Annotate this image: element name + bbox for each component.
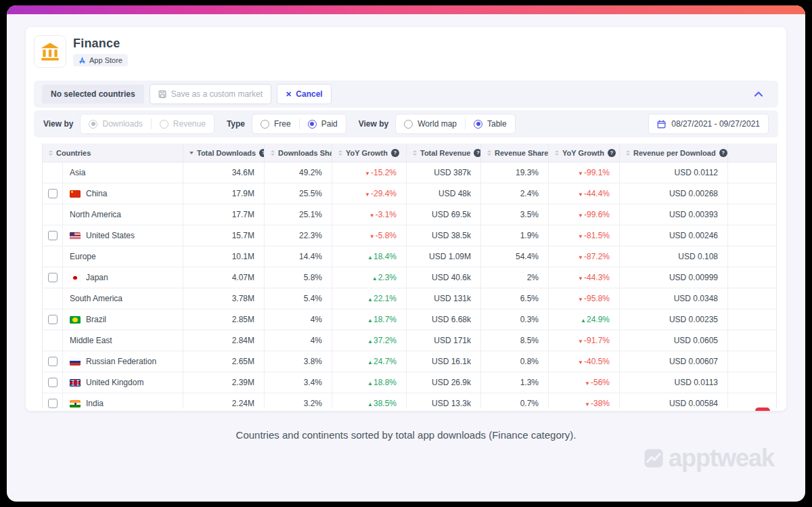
row-checkbox[interactable] xyxy=(48,357,58,366)
triangle-up-icon: ▲ xyxy=(367,296,373,303)
triangle-up-icon: ▲ xyxy=(367,380,373,387)
radio-circle-icon xyxy=(160,120,168,129)
table-row: China17.9M25.5%▼-29.4%USD 48k2.4%▼-44.4%… xyxy=(43,183,776,204)
radio-revenue: Revenue xyxy=(160,119,206,129)
app-store-icon xyxy=(78,57,86,64)
yoy-growth-value: ▲22.1% xyxy=(367,294,397,303)
revenue-share-cell: 0.3% xyxy=(481,309,549,330)
help-icon[interactable]: ? xyxy=(391,149,399,157)
yoy-growth-value: ▼-44.4% xyxy=(578,189,610,198)
type-label: Type xyxy=(227,119,245,129)
total-revenue-cell: USD 16.1k xyxy=(407,351,481,372)
br-flag-icon xyxy=(70,316,81,324)
row-checkbox[interactable] xyxy=(48,315,58,324)
row-checkbox[interactable] xyxy=(48,231,58,240)
radio-table[interactable]: Table xyxy=(474,119,507,129)
date-range-picker[interactable]: 08/27/2021 - 09/27/2021 xyxy=(648,114,769,134)
bank-icon xyxy=(39,41,61,62)
divider xyxy=(151,118,152,129)
sort-icon xyxy=(338,150,342,156)
downloads-share-cell: 22.3% xyxy=(265,225,332,246)
downloads-yoy-cell: ▲22.1% xyxy=(332,288,407,309)
revenue-yoy-cell: ▲24.9% xyxy=(549,309,620,330)
table-row: Asia34.6M49.2%▼-15.2%USD 387k19.3%▼-99.1… xyxy=(43,162,776,183)
apptweak-logo-icon xyxy=(644,449,663,468)
finance-category-icon xyxy=(34,35,66,68)
row-checkbox[interactable] xyxy=(48,378,58,387)
revenue-yoy-cell: ▼-40.5% xyxy=(549,351,620,372)
app-store-badge: App Store xyxy=(73,54,128,66)
total-downloads-cell: 2.24M xyxy=(183,393,265,408)
downloads-yoy-cell: ▼-15.2% xyxy=(332,162,407,183)
notification-bubble xyxy=(755,407,770,411)
column-label: Total Downloads xyxy=(197,149,256,157)
column-header-yoy-growth[interactable]: YoY Growth? xyxy=(549,144,620,162)
radio-label: Revenue xyxy=(173,119,206,129)
triangle-down-icon: ▼ xyxy=(578,296,583,303)
table-row: North America17.7M25.1%▼-3.1%USD 69.5k3.… xyxy=(43,204,776,225)
column-header-revenue-share[interactable]: Revenue Share? xyxy=(481,144,549,162)
country-name: United Kingdom xyxy=(86,378,143,387)
revenue-share-cell: 6.5% xyxy=(481,288,549,309)
downloads-share-cell: 25.1% xyxy=(265,204,332,225)
calendar-icon xyxy=(657,120,666,129)
country-name: Russian Federation xyxy=(86,357,156,366)
collapse-chevron-icon[interactable] xyxy=(754,91,763,97)
column-header-total-revenue[interactable]: Total Revenue? xyxy=(407,144,481,162)
empty-cell xyxy=(728,351,777,372)
country-name: Brazil xyxy=(86,315,106,324)
filter-bar: View by DownloadsRevenue Type FreePaid V… xyxy=(34,110,778,137)
column-label: Downloads Share xyxy=(278,149,332,157)
triangle-down-icon: ▼ xyxy=(365,171,370,177)
revenue-per-download-cell: USD 0.00235 xyxy=(620,309,728,330)
downloads-share-cell: 3.4% xyxy=(265,372,332,393)
row-checkbox[interactable] xyxy=(48,273,58,282)
yoy-growth-value: ▼-99.1% xyxy=(578,168,610,177)
yoy-growth-value: ▲24.7% xyxy=(367,357,397,366)
downloads-share-cell: 14.4% xyxy=(265,246,332,267)
cn-flag-icon xyxy=(70,190,81,198)
row-checkbox[interactable] xyxy=(48,189,58,198)
radio-free[interactable]: Free xyxy=(261,119,291,129)
column-header-countries[interactable]: Countries xyxy=(43,144,183,162)
help-icon[interactable]: ? xyxy=(608,149,616,157)
apptweak-logo: apptweak xyxy=(644,444,774,472)
downloads-yoy-cell: ▼-5.8% xyxy=(332,225,407,246)
us-flag-icon xyxy=(70,232,81,240)
downloads-share-cell: 4% xyxy=(265,330,332,351)
column-header-empty xyxy=(728,144,777,162)
yoy-growth-value: ▼-56% xyxy=(585,378,610,387)
column-header-yoy-growth[interactable]: YoY Growth? xyxy=(332,144,407,162)
column-label: Countries xyxy=(56,149,91,157)
row-checkbox[interactable] xyxy=(48,399,58,408)
checkbox-cell xyxy=(43,267,63,288)
triangle-up-icon: ▲ xyxy=(367,401,373,407)
yoy-growth-value: ▼-91.7% xyxy=(578,336,610,345)
downloads-yoy-cell: ▲37.2% xyxy=(332,330,407,351)
total-downloads-cell: 2.84M xyxy=(183,330,265,351)
radio-label: Free xyxy=(274,119,291,129)
column-header-revenue-per-download[interactable]: Revenue per Download? xyxy=(620,144,728,162)
revenue-yoy-cell: ▼-99.6% xyxy=(549,204,620,225)
triangle-down-icon: ▼ xyxy=(585,380,590,387)
save-custom-market-button[interactable]: Save as a custom market xyxy=(150,84,271,104)
total-revenue-cell: USD 171k xyxy=(407,330,481,351)
radio-world-map[interactable]: World map xyxy=(404,119,457,129)
country-name-cell: South America xyxy=(63,288,183,309)
checkbox-cell xyxy=(43,288,63,309)
downloads-yoy-cell: ▲24.7% xyxy=(332,351,407,372)
column-header-total-downloads[interactable]: Total Downloads? xyxy=(183,144,265,162)
help-icon[interactable]: ? xyxy=(259,149,265,157)
yoy-growth-value: ▲24.9% xyxy=(581,315,610,324)
help-icon[interactable]: ? xyxy=(719,149,727,157)
cancel-button[interactable]: ✕ Cancel xyxy=(277,84,332,104)
column-header-downloads-share[interactable]: Downloads Share? xyxy=(265,144,332,162)
help-icon[interactable]: ? xyxy=(474,149,481,157)
revenue-yoy-cell: ▼-56% xyxy=(549,372,620,393)
sort-desc-icon xyxy=(189,152,194,154)
total-revenue-cell: USD 69.5k xyxy=(407,204,481,225)
radio-paid[interactable]: Paid xyxy=(308,119,338,129)
revenue-per-download-cell: USD 0.00246 xyxy=(620,225,728,246)
app-window: Finance App Store No selected countries … xyxy=(7,5,805,502)
checkbox-cell xyxy=(43,309,63,330)
